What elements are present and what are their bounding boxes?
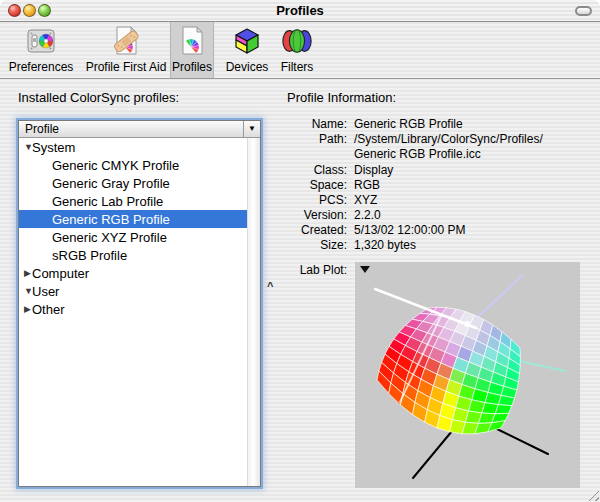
tree-group-label: Computer [32,266,89,281]
disclosure-triangle-icon[interactable]: ▶ [19,304,32,314]
tree-item[interactable]: sRGB Profile [19,246,247,264]
field-label: PCS: [285,193,347,208]
window-resize-grip[interactable] [586,488,599,501]
info-row: PCS:XYZ [285,193,595,208]
field-value: 5/13/02 12:00:00 PM [354,223,595,238]
column-header-label: Profile [19,121,243,137]
tree-item[interactable]: Generic Gray Profile [19,174,247,192]
toolbar-item-devices[interactable]: Devices [218,22,276,78]
info-row: Class:Display [285,163,595,178]
field-label: Path: [285,132,347,147]
disclosure-triangle-icon[interactable]: ▶ [19,268,32,278]
tree-group-label: System [32,140,75,155]
field-value: XYZ [354,193,595,208]
tree-group-user[interactable]: ▼ User [19,282,247,300]
tree-item[interactable]: Generic XYZ Profile [19,228,247,246]
info-row: Version:2.2.0 [285,208,595,223]
profiles-icon [176,25,208,57]
tree-item-label: Generic CMYK Profile [52,158,179,173]
lab-plot-label: Lab Plot: [285,263,347,277]
toolbar-item-preferences[interactable]: Preferences [8,22,74,78]
tree-group-label: User [32,284,59,299]
window-title: Profiles [0,3,600,18]
lab-plot-area[interactable] [355,262,580,488]
field-label: Class: [285,163,347,178]
toolbar-item-label: Profile First Aid [78,60,174,74]
profile-first-aid-icon [110,25,142,57]
list-column-header[interactable]: Profile ▼ [19,121,260,138]
info-row: Generic RGB Profile.icc [285,147,595,162]
info-row: Size:1,320 bytes [285,238,595,253]
toolbar-item-label: Devices [218,60,276,74]
toolbar: Preferences [0,22,600,79]
toolbar-item-profiles[interactable]: Profiles [170,22,214,78]
toolbar-toggle-button[interactable] [575,6,592,16]
title-bar[interactable]: Profiles [0,0,600,22]
tree-item[interactable]: Generic CMYK Profile [19,156,247,174]
info-row: Space:RGB [285,178,595,193]
info-row: Name:Generic RGB Profile [285,117,595,132]
tree-item-label: Generic Lab Profile [52,194,163,209]
profile-info-fields: Name:Generic RGB Profile Path:/System/Li… [285,117,595,253]
info-row: Path:/System/Library/ColorSync/Profiles/ [285,132,595,147]
field-value: 1,320 bytes [354,238,595,253]
field-label [285,147,347,162]
chevron-down-icon: ▼ [248,124,256,133]
field-label: Size: [285,238,347,253]
tree-item-label: Generic XYZ Profile [52,230,167,245]
toolbar-item-filters[interactable]: Filters [276,22,318,78]
field-value: Generic RGB Profile.icc [354,147,595,162]
tree-item[interactable]: Generic Lab Profile [19,192,247,210]
lab-plot-svg [355,262,580,488]
toolbar-item-label: Profiles [170,60,214,74]
disclosure-triangle-icon[interactable]: ▼ [19,142,32,152]
tree-group-system[interactable]: ▼ System [19,138,247,156]
field-label: Version: [285,208,347,223]
tree-item-label: Generic Gray Profile [52,176,170,191]
toolbar-item-label: Filters [276,60,318,74]
tree-group-label: Other [32,302,65,317]
field-value: RGB [354,178,595,193]
pane-splitter-handle[interactable]: ^ [267,280,273,292]
installed-profiles-heading: Installed ColorSync profiles: [18,90,179,105]
column-dropdown-button[interactable]: ▼ [243,121,260,137]
filters-icon [281,25,313,57]
field-label: Name: [285,117,347,132]
tree-item-selected[interactable]: Generic RGB Profile [19,210,247,228]
field-value: 2.2.0 [354,208,595,223]
field-value: Generic RGB Profile [354,117,595,132]
toolbar-item-profile-first-aid[interactable]: Profile First Aid [78,22,174,78]
field-value: Display [354,163,595,178]
info-row: Created:5/13/02 12:00:00 PM [285,223,595,238]
profile-information-heading: Profile Information: [287,90,396,105]
list-scrollbar[interactable] [247,138,260,486]
disclosure-triangle-icon[interactable]: ▼ [19,286,32,296]
preferences-icon [25,25,57,57]
field-value: /System/Library/ColorSync/Profiles/ [354,132,595,147]
tree-item-label: sRGB Profile [52,248,127,263]
list-body: ▼ System Generic CMYK Profile Generic Gr… [19,138,260,486]
tree-group-other[interactable]: ▶ Other [19,300,247,318]
field-label: Space: [285,178,347,193]
tree-group-computer[interactable]: ▶ Computer [19,264,247,282]
tree-item-label: Generic RGB Profile [52,212,170,227]
toolbar-item-label: Preferences [8,60,74,74]
field-label: Created: [285,223,347,238]
plot-disclosure-triangle-icon [360,266,370,273]
profiles-list: Profile ▼ ▼ System Generic CMYK Profile … [18,120,261,487]
colorsync-window: Profiles Preferences [0,0,600,502]
devices-icon [231,25,263,57]
